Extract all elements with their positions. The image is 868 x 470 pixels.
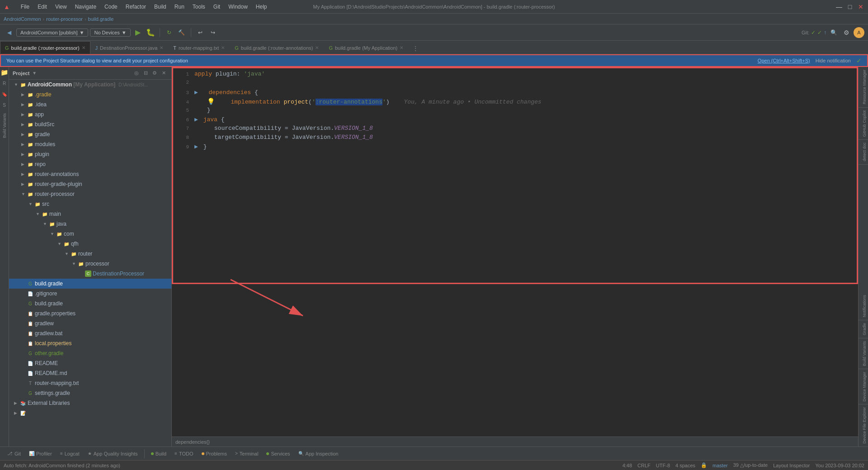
bottom-tab-app-inspection[interactable]: 🔍 App Inspection	[295, 449, 342, 459]
tree-item-build-gradle-selected[interactable]: G build.gradle	[9, 279, 171, 289]
panel-close-btn[interactable]: ✕	[160, 69, 168, 77]
app-dropdown[interactable]: AndroidCommon [publish] ▼	[16, 28, 88, 37]
tab-close[interactable]: ✕	[315, 45, 319, 50]
close-button[interactable]: ✕	[857, 3, 864, 10]
tree-item-com[interactable]: ▼ 📁 com	[9, 229, 171, 239]
settings-button[interactable]: ⚙	[841, 27, 852, 38]
tree-item-java[interactable]: ▼ 📁 java	[9, 219, 171, 229]
breadcrumb-androidcommon[interactable]: AndroidCommon	[4, 16, 41, 22]
device-file-tab[interactable]: Device File Explorer	[859, 404, 868, 446]
more-tabs-button[interactable]: ⋮	[410, 43, 421, 54]
git-push[interactable]: ↑	[824, 29, 826, 36]
tree-item-root[interactable]: ▼ 📁 AndroidCommon [My Application] D:\An…	[9, 80, 171, 90]
tree-item-gradle[interactable]: ▶ 📁 .gradle	[9, 90, 171, 100]
tree-item-app[interactable]: ▶ 📁 app	[9, 109, 171, 119]
tab-close[interactable]: ✕	[160, 45, 163, 50]
bottom-tab-problems[interactable]: Problems	[198, 449, 231, 459]
tree-item-qfh[interactable]: ▼ 📁 qfh	[9, 239, 171, 249]
tree-item-gitignore[interactable]: 📄 .gitignore	[9, 289, 171, 299]
tree-item-repo[interactable]: ▶ 📁 repo	[9, 159, 171, 169]
bottom-tab-services[interactable]: Services	[263, 449, 293, 459]
code-content[interactable]: 1 apply plugin: 'java' 2 3 ▶ depe	[172, 67, 858, 256]
debug-button[interactable]: 🐛	[145, 27, 156, 38]
github-copilot-tab[interactable]: GitHub Copilot	[859, 108, 868, 140]
tree-item-build-gradle-root[interactable]: G build.gradle	[9, 299, 171, 309]
tree-item-scratches[interactable]: ▶ 📝	[9, 408, 171, 418]
back-button[interactable]: ◀	[4, 27, 14, 38]
charset[interactable]: UTF-8	[656, 463, 670, 468]
redo-button[interactable]: ↪	[208, 27, 218, 38]
tab-destination-processor[interactable]: J DestinationProcessor.java ✕	[90, 41, 169, 54]
tree-item-router-gradle-plugin[interactable]: ▶ 📁 router-gradle-plugin	[9, 179, 171, 189]
tree-item-plugin[interactable]: ▶ 📁 plugin	[9, 149, 171, 159]
tree-item-router-annotations[interactable]: ▶ 📁 router-annotations	[9, 169, 171, 179]
tree-item-idea[interactable]: ▶ 📁 .idea	[9, 100, 171, 109]
menu-navigate[interactable]: Navigate	[71, 3, 100, 11]
structure-icon[interactable]: S	[1, 101, 8, 109]
panel-dropdown-arrow[interactable]: ▼	[32, 71, 37, 76]
tab-router-mapping[interactable]: T router-mapping.txt ✕	[168, 41, 230, 54]
tree-item-modules[interactable]: ▶ 📁 modules	[9, 139, 171, 149]
avatar[interactable]: A	[854, 27, 864, 38]
tree-item-gradlew[interactable]: 📋 gradlew	[9, 318, 171, 328]
menu-refactor[interactable]: Refactor	[122, 3, 150, 11]
build-variants-icon[interactable]: Build Variants	[1, 112, 8, 139]
bottom-tab-app-quality[interactable]: ★ App Quality Insights	[84, 449, 142, 459]
resource-manager-tab[interactable]: Resource Manager	[859, 67, 868, 107]
project-icon[interactable]: 📁	[1, 69, 8, 76]
tab-close[interactable]: ✕	[82, 45, 85, 50]
tree-item-buildsrc[interactable]: ▶ 📁 buildSrc	[9, 119, 171, 129]
run-button[interactable]: ▶	[132, 27, 143, 38]
maximize-button[interactable]: □	[846, 3, 854, 10]
sync-button[interactable]: ↻	[164, 27, 175, 38]
tree-item-settings-gradle[interactable]: G settings.gradle	[9, 388, 171, 398]
menu-file[interactable]: File	[17, 3, 33, 11]
tree-item-gradle-properties[interactable]: 📋 gradle.properties	[9, 309, 171, 318]
bottom-tab-git[interactable]: ⎇ Git	[4, 449, 24, 459]
panel-settings-btn[interactable]: ⚙	[151, 69, 159, 77]
search-button[interactable]: 🔍	[828, 27, 839, 38]
tab-build-gradle-annotations[interactable]: G build.gradle (:router-annotations) ✕	[230, 41, 324, 54]
menu-view[interactable]: View	[52, 3, 71, 11]
menu-window[interactable]: Window	[225, 3, 251, 11]
tab-close[interactable]: ✕	[221, 45, 225, 50]
tree-item-destination-processor[interactable]: C DestinationProcessor	[9, 269, 171, 279]
panel-locate-btn[interactable]: ◎	[132, 69, 141, 77]
tree-item-main[interactable]: ▼ 📁 main	[9, 209, 171, 219]
no-devices-button[interactable]: No Devices ▼	[90, 28, 130, 37]
bottom-tab-build[interactable]: Build	[147, 449, 170, 459]
line-ending[interactable]: CRLF	[637, 463, 651, 468]
tree-item-other-gradle[interactable]: G other.gradle	[9, 348, 171, 358]
menu-help[interactable]: Help	[252, 3, 271, 11]
tree-item-router-processor[interactable]: ▼ 📁 router-processor	[9, 189, 171, 199]
menu-build[interactable]: Build	[151, 3, 170, 11]
detect-doc-tab[interactable]: detect doc	[859, 140, 868, 164]
undo-button[interactable]: ↩	[195, 27, 206, 38]
breadcrumb-buildgradle[interactable]: build.gradle	[88, 16, 114, 22]
tab-build-gradle-router-processor[interactable]: G build.gradle (:router-processor) ✕	[0, 41, 90, 54]
git-branch[interactable]: master	[712, 463, 728, 468]
git-sync-status[interactable]: 39 △/up-to-date	[733, 462, 768, 468]
layout-inspector[interactable]: Layout Inspector	[773, 463, 810, 468]
bottom-tab-terminal[interactable]: > Terminal	[231, 449, 262, 459]
fold-arrow[interactable]: ▶	[194, 116, 198, 123]
indent[interactable]: 4 spaces	[675, 463, 695, 468]
tree-item-router-mapping[interactable]: T router-mapping.txt	[9, 378, 171, 388]
tree-item-gradle2[interactable]: ▶ 📁 gradle	[9, 129, 171, 139]
tree-item-local-properties[interactable]: 📋 local.properties	[9, 338, 171, 348]
tab-build-gradle-myapp[interactable]: G build.gradle (My Application) ✕	[324, 41, 408, 54]
minimize-button[interactable]: —	[835, 3, 843, 10]
menu-edit[interactable]: Edit	[34, 3, 51, 11]
tree-item-src[interactable]: ▼ 📁 src	[9, 199, 171, 209]
breadcrumb-router-processor[interactable]: router-processor	[46, 16, 83, 22]
notification-close-icon[interactable]: ✓	[856, 57, 862, 64]
build-button[interactable]: 🔨	[176, 27, 187, 38]
bottom-tab-todo[interactable]: ≡ TODO	[171, 449, 197, 459]
menu-tools[interactable]: Tools	[189, 3, 209, 11]
panel-collapse-btn[interactable]: ⊟	[142, 69, 150, 77]
fold-arrow[interactable]: ▶	[194, 143, 198, 150]
bottom-tab-profiler[interactable]: 📊 Profiler	[25, 449, 56, 459]
notification-open-link[interactable]: Open (Ctrl+Alt+Shift+S)	[758, 58, 810, 63]
tree-item-gradlew-bat[interactable]: 📋 gradlew.bat	[9, 328, 171, 338]
resource-manager-icon[interactable]: R	[1, 80, 8, 87]
